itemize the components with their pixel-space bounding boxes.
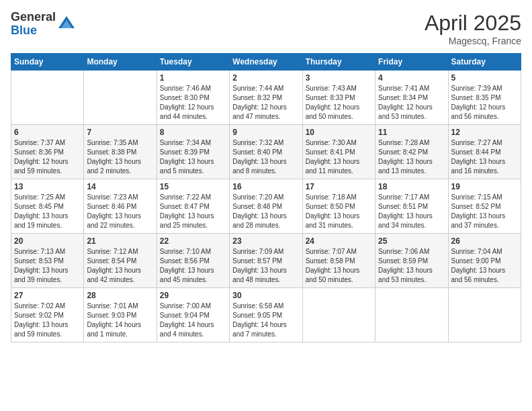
calendar-week-row: 27Sunrise: 7:02 AM Sunset: 9:02 PM Dayli… [11,288,521,342]
calendar-cell: 29Sunrise: 7:00 AM Sunset: 9:04 PM Dayli… [157,288,229,342]
weekday-header: Wednesday [230,54,302,71]
day-number: 21 [87,236,153,246]
calendar-header-row: SundayMondayTuesdayWednesdayThursdayFrid… [11,54,521,71]
calendar-cell: 8Sunrise: 7:34 AM Sunset: 8:39 PM Daylig… [157,125,229,179]
day-info: Sunrise: 7:37 AM Sunset: 8:36 PM Dayligh… [14,138,81,176]
calendar-cell: 25Sunrise: 7:06 AM Sunset: 8:59 PM Dayli… [375,234,448,288]
day-number: 4 [378,73,445,83]
day-number: 15 [160,182,226,191]
day-info: Sunrise: 7:25 AM Sunset: 8:45 PM Dayligh… [14,193,81,230]
day-number: 30 [232,291,299,300]
calendar-cell [302,288,375,342]
day-info: Sunrise: 7:09 AM Sunset: 8:57 PM Dayligh… [232,247,299,285]
weekday-header: Sunday [11,54,84,71]
calendar-cell: 6Sunrise: 7:37 AM Sunset: 8:36 PM Daylig… [11,125,84,179]
day-number: 22 [160,236,226,246]
page-header: General Blue April 2025 Magescq, France [11,11,521,46]
calendar-cell: 26Sunrise: 7:04 AM Sunset: 9:00 PM Dayli… [448,234,521,288]
location: Magescq, France [425,36,521,46]
day-info: Sunrise: 6:58 AM Sunset: 9:05 PM Dayligh… [232,302,299,339]
day-info: Sunrise: 7:28 AM Sunset: 8:42 PM Dayligh… [378,138,445,176]
day-info: Sunrise: 7:20 AM Sunset: 8:48 PM Dayligh… [232,193,299,230]
day-number: 1 [160,73,226,83]
day-number: 14 [87,182,153,191]
day-number: 16 [232,182,299,191]
day-info: Sunrise: 7:44 AM Sunset: 8:32 PM Dayligh… [232,84,299,122]
day-number: 17 [306,182,372,191]
calendar-cell: 10Sunrise: 7:30 AM Sunset: 8:41 PM Dayli… [302,125,375,179]
day-number: 3 [306,73,372,83]
day-info: Sunrise: 7:01 AM Sunset: 9:03 PM Dayligh… [87,302,153,339]
calendar-cell: 15Sunrise: 7:22 AM Sunset: 8:47 PM Dayli… [157,179,229,234]
calendar-cell: 28Sunrise: 7:01 AM Sunset: 9:03 PM Dayli… [84,288,157,342]
calendar-week-row: 13Sunrise: 7:25 AM Sunset: 8:45 PM Dayli… [11,179,521,234]
calendar-cell: 12Sunrise: 7:27 AM Sunset: 8:44 PM Dayli… [448,125,521,179]
day-number: 20 [14,236,81,246]
day-info: Sunrise: 7:35 AM Sunset: 8:38 PM Dayligh… [87,138,153,176]
calendar-cell: 3Sunrise: 7:43 AM Sunset: 8:33 PM Daylig… [302,71,375,125]
calendar-cell [11,71,84,125]
calendar-week-row: 1Sunrise: 7:46 AM Sunset: 8:30 PM Daylig… [11,71,521,125]
day-info: Sunrise: 7:32 AM Sunset: 8:40 PM Dayligh… [232,138,299,176]
calendar-cell: 5Sunrise: 7:39 AM Sunset: 8:35 PM Daylig… [448,71,521,125]
calendar-cell: 1Sunrise: 7:46 AM Sunset: 8:30 PM Daylig… [157,71,229,125]
weekday-header: Thursday [302,54,375,71]
day-number: 28 [87,291,153,300]
day-info: Sunrise: 7:39 AM Sunset: 8:35 PM Dayligh… [451,84,518,122]
day-info: Sunrise: 7:06 AM Sunset: 8:59 PM Dayligh… [378,247,445,285]
weekday-header: Tuesday [157,54,229,71]
day-number: 29 [160,291,226,300]
calendar-cell: 17Sunrise: 7:18 AM Sunset: 8:50 PM Dayli… [302,179,375,234]
day-info: Sunrise: 7:22 AM Sunset: 8:47 PM Dayligh… [160,193,226,230]
day-info: Sunrise: 7:07 AM Sunset: 8:58 PM Dayligh… [306,247,372,285]
calendar-cell: 9Sunrise: 7:32 AM Sunset: 8:40 PM Daylig… [230,125,302,179]
day-info: Sunrise: 7:27 AM Sunset: 8:44 PM Dayligh… [451,138,518,176]
day-info: Sunrise: 7:18 AM Sunset: 8:50 PM Dayligh… [306,193,372,230]
day-number: 5 [451,73,518,83]
calendar-week-row: 20Sunrise: 7:13 AM Sunset: 8:53 PM Dayli… [11,234,521,288]
weekday-header: Saturday [448,54,521,71]
day-info: Sunrise: 7:17 AM Sunset: 8:51 PM Dayligh… [378,193,445,230]
day-info: Sunrise: 7:04 AM Sunset: 9:00 PM Dayligh… [451,247,518,285]
day-info: Sunrise: 7:10 AM Sunset: 8:56 PM Dayligh… [160,247,226,285]
calendar-cell: 18Sunrise: 7:17 AM Sunset: 8:51 PM Dayli… [375,179,448,234]
calendar-cell: 11Sunrise: 7:28 AM Sunset: 8:42 PM Dayli… [375,125,448,179]
calendar-cell [448,288,521,342]
day-number: 6 [14,128,81,137]
day-info: Sunrise: 7:13 AM Sunset: 8:53 PM Dayligh… [14,247,81,285]
day-info: Sunrise: 7:41 AM Sunset: 8:34 PM Dayligh… [378,84,445,122]
day-number: 2 [232,73,299,83]
day-number: 9 [232,128,299,137]
calendar-cell: 4Sunrise: 7:41 AM Sunset: 8:34 PM Daylig… [375,71,448,125]
day-info: Sunrise: 7:23 AM Sunset: 8:46 PM Dayligh… [87,193,153,230]
day-number: 27 [14,291,81,300]
day-number: 13 [14,182,81,191]
calendar-cell [84,71,157,125]
calendar-cell: 21Sunrise: 7:12 AM Sunset: 8:54 PM Dayli… [84,234,157,288]
calendar-cell: 24Sunrise: 7:07 AM Sunset: 8:58 PM Dayli… [302,234,375,288]
weekday-header: Friday [375,54,448,71]
day-info: Sunrise: 7:46 AM Sunset: 8:30 PM Dayligh… [160,84,226,122]
day-number: 11 [378,128,445,137]
logo: General Blue [11,11,76,38]
day-number: 25 [378,236,445,246]
day-number: 18 [378,182,445,191]
day-number: 23 [232,236,299,246]
calendar-cell: 30Sunrise: 6:58 AM Sunset: 9:05 PM Dayli… [230,288,302,342]
logo-general-text: General [11,10,56,24]
calendar-cell: 22Sunrise: 7:10 AM Sunset: 8:56 PM Dayli… [157,234,229,288]
month-title: April 2025 [425,11,521,36]
day-info: Sunrise: 7:00 AM Sunset: 9:04 PM Dayligh… [160,302,226,339]
calendar-cell: 13Sunrise: 7:25 AM Sunset: 8:45 PM Dayli… [11,179,84,234]
title-area: April 2025 Magescq, France [425,11,521,46]
day-number: 10 [306,128,372,137]
day-info: Sunrise: 7:43 AM Sunset: 8:33 PM Dayligh… [306,84,372,122]
weekday-header: Monday [84,54,157,71]
day-info: Sunrise: 7:34 AM Sunset: 8:39 PM Dayligh… [160,138,226,176]
day-number: 8 [160,128,226,137]
calendar-table: SundayMondayTuesdayWednesdayThursdayFrid… [11,53,521,342]
day-number: 26 [451,236,518,246]
day-info: Sunrise: 7:15 AM Sunset: 8:52 PM Dayligh… [451,193,518,230]
calendar-week-row: 6Sunrise: 7:37 AM Sunset: 8:36 PM Daylig… [11,125,521,179]
day-number: 24 [306,236,372,246]
